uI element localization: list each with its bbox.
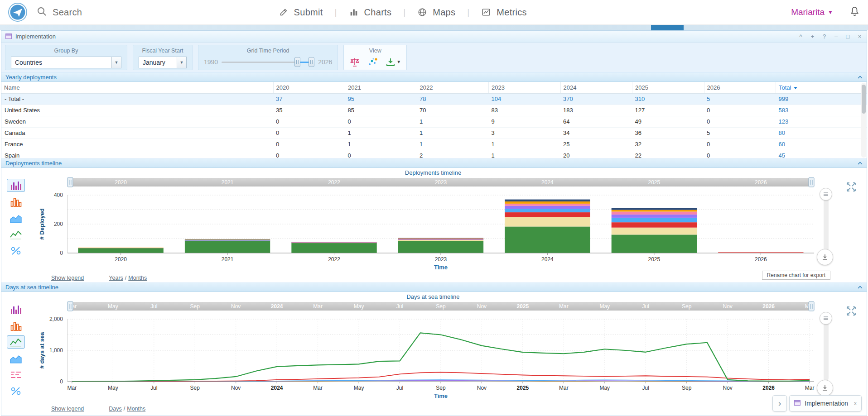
- taskbar-implementation-button[interactable]: Implementation x: [789, 395, 862, 411]
- scrollbar-thumb[interactable]: [862, 85, 866, 114]
- drag-handle-icon[interactable]: [820, 312, 832, 325]
- drag-handle-icon[interactable]: [820, 188, 832, 201]
- column-header-name[interactable]: Name: [1, 82, 273, 93]
- column-chart-icon[interactable]: [7, 303, 25, 316]
- window-minimize-button[interactable]: –: [833, 33, 839, 40]
- slider-max-value: 2026: [318, 58, 332, 66]
- download-chart-button[interactable]: [817, 249, 833, 265]
- period-days-link[interactable]: Days: [109, 406, 121, 412]
- nav-item-submit[interactable]: Submit: [279, 7, 323, 18]
- svg-text:2026: 2026: [762, 385, 775, 391]
- window-close-button[interactable]: ×: [857, 33, 863, 40]
- line-chart-icon[interactable]: [7, 335, 25, 349]
- svg-text:1,000: 1,000: [49, 347, 63, 354]
- row-name: United States: [1, 105, 273, 116]
- chart-type-sidebar-0: [1, 168, 27, 282]
- window-add-button[interactable]: +: [810, 33, 815, 40]
- metrics-icon: [481, 7, 491, 17]
- download-chart-button[interactable]: [817, 380, 833, 396]
- column-header-2023[interactable]: 2023: [489, 82, 561, 93]
- svg-text:Nov: Nov: [231, 385, 241, 391]
- window-maximize-button[interactable]: □: [845, 33, 851, 40]
- section-title: Days at sea timeline: [5, 284, 58, 291]
- column-header-2022[interactable]: 2022: [417, 82, 489, 93]
- table-row[interactable]: France01112532060: [1, 139, 867, 150]
- histogram-chart-icon[interactable]: [7, 195, 25, 208]
- user-menu[interactable]: Mariarita ▼: [791, 7, 833, 17]
- chart-title: Deployments timeline: [27, 168, 839, 177]
- fullscreen-expand-icon[interactable]: [846, 182, 857, 194]
- scatter-view-icon[interactable]: [367, 57, 378, 67]
- table-row[interactable]: Sweden001964490123: [1, 116, 867, 127]
- area-chart-icon[interactable]: [7, 352, 25, 365]
- app-logo-icon[interactable]: [8, 3, 27, 22]
- percent-chart-icon[interactable]: [7, 244, 25, 257]
- dash-lines-chart-icon[interactable]: [7, 368, 25, 381]
- window-titlebar[interactable]: Implementation ^+?–□×: [1, 31, 867, 43]
- days-chart-main: Days at sea timeline MarMayJulSepNov2024…: [27, 292, 839, 413]
- search-button[interactable]: Search: [36, 6, 82, 19]
- svg-text:Mar: Mar: [68, 385, 77, 391]
- row-value: 25: [560, 139, 632, 150]
- notifications-bell-icon[interactable]: [849, 6, 860, 19]
- period-months-link[interactable]: Months: [128, 275, 147, 281]
- column-header-2024[interactable]: 2024: [560, 82, 632, 93]
- column-header-total[interactable]: Total: [776, 82, 867, 93]
- group-by-select[interactable]: Countries ▼: [11, 57, 121, 68]
- deployments-stacked-bar-chart[interactable]: 20202021202220232024202520260200400# Dep…: [27, 177, 839, 273]
- nav-item-charts[interactable]: Charts: [349, 7, 392, 18]
- collapse-chevron-icon[interactable]: [858, 76, 863, 79]
- period-months-link[interactable]: Months: [127, 406, 145, 412]
- slider-handle-right[interactable]: [309, 57, 314, 67]
- table-row[interactable]: Canada01133436580: [1, 127, 867, 139]
- window-help-button[interactable]: ?: [821, 33, 827, 40]
- column-chart-icon[interactable]: [7, 179, 25, 192]
- row-name: Canada: [1, 127, 273, 139]
- area-chart-icon[interactable]: [7, 211, 25, 225]
- nav-item-metrics[interactable]: Metrics: [481, 7, 527, 18]
- svg-text:Mar: Mar: [313, 303, 323, 310]
- window-collapse-button[interactable]: ^: [798, 33, 804, 40]
- export-download-icon[interactable]: ▼: [386, 57, 401, 67]
- nav-item-maps[interactable]: Maps: [417, 7, 455, 18]
- slider-handle-left[interactable]: [294, 57, 300, 67]
- table-scrollbar[interactable]: [861, 83, 866, 158]
- period-separator: /: [125, 275, 126, 281]
- chevron-down-icon: ▼: [396, 59, 401, 64]
- time-period-slider[interactable]: [222, 57, 314, 67]
- svg-text:May: May: [108, 385, 118, 391]
- bars-icon: [349, 7, 359, 17]
- row-value: 49: [632, 116, 704, 127]
- days-at-sea-line-chart[interactable]: MarMayJulSepNov2024MarMayJulSepNov2025Ma…: [27, 301, 839, 404]
- svg-text:0: 0: [60, 250, 63, 256]
- table-row[interactable]: - Total -3795781043703105999: [1, 93, 867, 105]
- show-legend-link[interactable]: Show legend: [51, 275, 84, 281]
- column-header-2026[interactable]: 2026: [704, 82, 776, 93]
- taskbar-expand-button[interactable]: ›: [772, 395, 787, 411]
- fullscreen-expand-icon[interactable]: [846, 306, 857, 318]
- window-controls: ^+?–□×: [798, 33, 863, 40]
- group-by-value: Countries: [15, 59, 42, 66]
- period-years-link[interactable]: Years: [109, 275, 123, 281]
- collapse-chevron-icon[interactable]: [858, 162, 863, 165]
- compare-scales-icon[interactable]: [349, 57, 360, 67]
- percent-chart-icon[interactable]: [7, 384, 25, 397]
- histogram-chart-icon[interactable]: [7, 319, 25, 332]
- close-icon[interactable]: x: [854, 400, 857, 406]
- column-header-2021[interactable]: 2021: [345, 82, 417, 93]
- row-value: 34: [560, 127, 632, 139]
- row-value: 35: [273, 105, 345, 116]
- table-row[interactable]: Spain00212022045: [1, 150, 867, 158]
- column-header-2020[interactable]: 2020: [273, 82, 345, 93]
- show-legend-link[interactable]: Show legend: [51, 406, 84, 412]
- collapse-chevron-icon[interactable]: [858, 286, 863, 289]
- fiscal-year-select[interactable]: January ▼: [139, 57, 187, 68]
- table-row[interactable]: United States358570831831270583: [1, 105, 867, 116]
- row-name: - Total -: [1, 93, 273, 105]
- column-header-2025[interactable]: 2025: [632, 82, 704, 93]
- rename-chart-button[interactable]: Rename chart for export: [762, 271, 830, 280]
- search-label: Search: [53, 7, 82, 18]
- svg-text:May: May: [599, 385, 610, 391]
- svg-text:2026: 2026: [762, 303, 775, 310]
- line-chart-icon[interactable]: [7, 228, 25, 241]
